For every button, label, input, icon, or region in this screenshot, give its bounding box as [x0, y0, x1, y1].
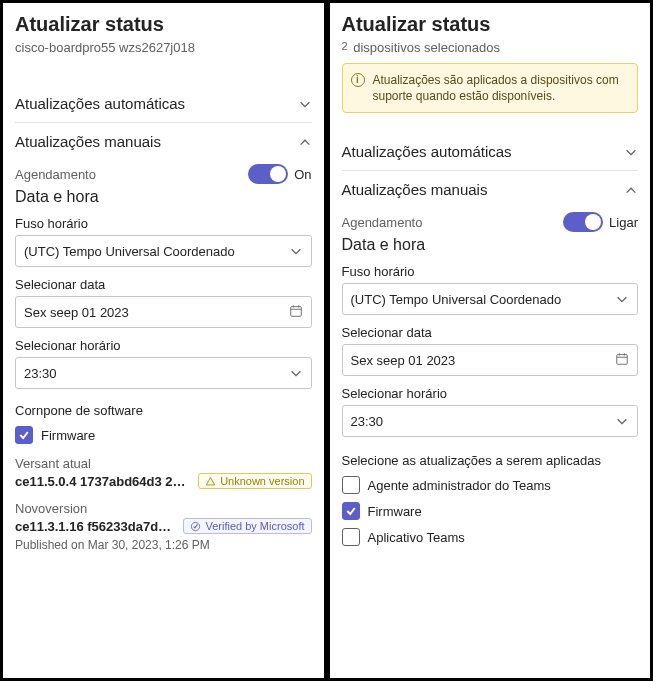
unknown-version-badge: Unknown version	[198, 473, 311, 489]
current-version-label: Versant atual	[15, 456, 312, 471]
select-time-label: Selecionar horário	[15, 338, 312, 353]
teams-app-label: Aplicativo Teams	[368, 530, 465, 545]
teams-app-checkbox[interactable]	[342, 528, 360, 546]
section-auto-updates: Atualizações automáticas	[342, 133, 639, 171]
teams-admin-label: Agente administrador do Teams	[368, 478, 551, 493]
timezone-value: (UTC) Tempo Universal Coordenado	[24, 244, 235, 259]
calendar-icon	[289, 304, 303, 321]
firmware-label: Firmware	[368, 504, 422, 519]
select-date-label: Selecionar data	[15, 277, 312, 292]
schedule-row: Agendamento Ligar	[342, 212, 639, 232]
published-text: Published on Mar 30, 2023, 1:26 PM	[15, 538, 312, 552]
firmware-checkbox[interactable]	[342, 502, 360, 520]
datetime-heading: Data e hora	[15, 188, 312, 206]
new-version-hash: ce11.3.1.16 f56233da7d5 2...	[15, 519, 177, 534]
timezone-label: Fuso horário	[342, 264, 639, 279]
device-name: cisco-boardpro55 wzs2627j018	[15, 40, 312, 55]
info-text: Atualizações são aplicados a dispositivo…	[373, 73, 619, 103]
schedule-toggle-state: On	[294, 167, 311, 182]
chevron-down-icon	[289, 244, 303, 258]
warning-icon	[205, 476, 216, 487]
section-manual-title: Atualizações manuais	[342, 181, 488, 198]
date-input[interactable]: Sex seep 01 2023	[15, 296, 312, 328]
schedule-toggle-state: Ligar	[609, 215, 638, 230]
time-select[interactable]: 23:30	[15, 357, 312, 389]
section-auto-updates: Atualizações automáticas	[15, 85, 312, 123]
timezone-select[interactable]: (UTC) Tempo Universal Coordenado	[342, 283, 639, 315]
time-value: 23:30	[351, 414, 384, 429]
svg-marker-4	[207, 477, 215, 485]
section-auto-title: Atualizações automáticas	[342, 143, 512, 160]
chevron-down-icon	[615, 292, 629, 306]
info-icon: i	[351, 73, 365, 87]
firmware-checkbox[interactable]	[15, 426, 33, 444]
firmware-check-row: Firmware	[342, 502, 639, 520]
section-manual-header[interactable]: Atualizações manuais	[342, 181, 639, 198]
chevron-up-icon	[624, 183, 638, 197]
teams-admin-checkbox[interactable]	[342, 476, 360, 494]
schedule-toggle[interactable]	[563, 212, 603, 232]
info-banner: i Atualizações são aplicados a dispositi…	[342, 63, 639, 113]
select-date-label: Selecionar data	[342, 325, 639, 340]
schedule-row: Agendamento On	[15, 164, 312, 184]
current-version-hash: ce11.5.0.4 1737abd64d3 2023...	[15, 474, 192, 489]
software-component-label: Cornpone de software	[15, 403, 312, 418]
datetime-heading: Data e hora	[342, 236, 639, 254]
section-auto-header[interactable]: Atualizações automáticas	[342, 143, 639, 160]
verified-badge: Verified by Microsoft	[183, 518, 311, 534]
chevron-up-icon	[298, 135, 312, 149]
svg-rect-6	[617, 355, 628, 365]
page-title: Atualizar status	[342, 13, 639, 36]
panel-right: Atualizar status 2 dispositivos selecion…	[329, 2, 652, 679]
timezone-value: (UTC) Tempo Universal Coordenado	[351, 292, 562, 307]
calendar-icon	[615, 352, 629, 369]
teams-admin-check-row: Agente administrador do Teams	[342, 476, 639, 494]
teams-app-check-row: Aplicativo Teams	[342, 528, 639, 546]
chevron-down-icon	[615, 414, 629, 428]
section-manual-updates: Atualizações manuais Agendamento Ligar D…	[342, 171, 639, 564]
date-input[interactable]: Sex seep 01 2023	[342, 344, 639, 376]
chevron-down-icon	[289, 366, 303, 380]
time-value: 23:30	[24, 366, 57, 381]
firmware-check-row: Firmware	[15, 426, 312, 444]
chevron-down-icon	[624, 145, 638, 159]
svg-rect-0	[290, 306, 301, 316]
timezone-label: Fuso horário	[15, 216, 312, 231]
time-select[interactable]: 23:30	[342, 405, 639, 437]
new-version-label: Novoversion	[15, 501, 312, 516]
page-title: Atualizar status	[15, 13, 312, 36]
select-updates-label: Selecione as atualizações a serem aplica…	[342, 453, 639, 468]
firmware-label: Firmware	[41, 428, 95, 443]
section-auto-title: Atualizações automáticas	[15, 95, 185, 112]
section-manual-updates: Atualizações manuais Agendamento On Data…	[15, 123, 312, 562]
devices-subtitle: 2 dispositivos selecionados	[342, 40, 639, 55]
schedule-label: Agendamento	[342, 215, 423, 230]
timezone-select[interactable]: (UTC) Tempo Universal Coordenado	[15, 235, 312, 267]
date-value: Sex seep 01 2023	[24, 305, 129, 320]
panel-left: Atualizar status cisco-boardpro55 wzs262…	[2, 2, 325, 679]
section-manual-header[interactable]: Atualizações manuais	[15, 133, 312, 150]
verified-icon	[190, 521, 201, 532]
select-time-label: Selecionar horário	[342, 386, 639, 401]
chevron-down-icon	[298, 97, 312, 111]
schedule-toggle[interactable]	[248, 164, 288, 184]
schedule-label: Agendamento	[15, 167, 96, 182]
date-value: Sex seep 01 2023	[351, 353, 456, 368]
section-auto-header[interactable]: Atualizações automáticas	[15, 95, 312, 112]
section-manual-title: Atualizações manuais	[15, 133, 161, 150]
software-component-block: Cornpone de software Firmware Versant at…	[15, 403, 312, 552]
